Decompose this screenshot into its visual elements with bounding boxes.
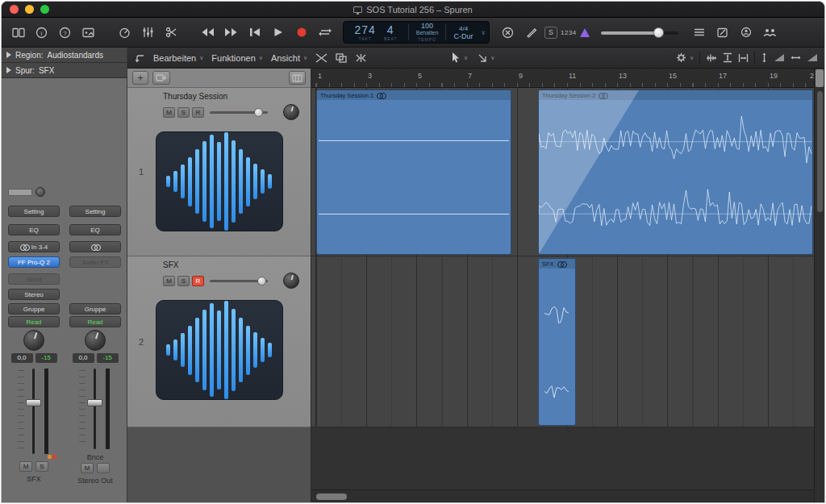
smart-controls-icon[interactable] <box>115 23 135 41</box>
media-browser-icon[interactable] <box>78 23 98 41</box>
channel-fader[interactable] <box>77 369 113 449</box>
pencil-icon[interactable] <box>521 23 541 41</box>
disclosure-triangle-icon[interactable] <box>6 67 11 73</box>
arrange-empty-area[interactable] <box>311 427 814 489</box>
marquee-tool-button[interactable]: ∨ <box>478 53 494 63</box>
track-record-button[interactable]: R <box>192 276 204 286</box>
eq-button[interactable]: EQ <box>8 224 60 235</box>
audio-fx-slot-button[interactable]: Audio FX <box>69 256 121 268</box>
list-editors-icon[interactable] <box>690 23 710 41</box>
track-panel-empty-area[interactable] <box>127 427 311 502</box>
view-menu[interactable]: Ansicht∨ <box>271 53 307 63</box>
tuner-icon[interactable] <box>580 28 590 37</box>
track-solo-button[interactable]: S <box>177 107 190 118</box>
scissors-icon[interactable] <box>161 23 181 41</box>
loops-icon[interactable] <box>736 23 757 41</box>
solo-button[interactable] <box>97 463 110 473</box>
bar-ruler[interactable]: 1 3 5 7 9 11 13 15 17 19 2 <box>311 69 814 88</box>
gain-display[interactable] <box>8 189 32 196</box>
duplicate-track-button[interactable] <box>152 71 170 85</box>
audio-region-thursday-session-1[interactable]: Thursday Session.1 <box>316 90 511 255</box>
crossfade-icon[interactable] <box>315 53 327 63</box>
play-button[interactable] <box>268 23 288 41</box>
mute-button[interactable]: M <box>19 461 32 472</box>
solo-button[interactable]: S <box>35 461 48 472</box>
lcd-display[interactable]: 274 TAKT 4 BEAT 100 Behalten TEMPO 4/4 C… <box>343 21 490 44</box>
scrollbar-handle[interactable] <box>817 91 823 212</box>
strip-name[interactable]: Stereo Out <box>69 477 121 485</box>
peak-value[interactable]: -15 <box>35 353 57 363</box>
count-in-badge[interactable]: 1234 <box>561 29 577 36</box>
track-record-button[interactable]: R <box>192 107 204 118</box>
notepad-icon[interactable] <box>713 23 733 41</box>
audio-region-sfx[interactable]: SFX <box>538 258 576 426</box>
cycle-button[interactable] <box>315 23 335 41</box>
group-button[interactable]: Gruppe <box>69 303 121 314</box>
track-header-2[interactable]: 2 SFX M S R <box>127 256 311 427</box>
setting-button[interactable]: Setting <box>69 206 121 217</box>
fader-cap[interactable] <box>87 399 102 406</box>
gain-knob[interactable] <box>35 187 45 197</box>
stop-go-to-begin-button[interactable] <box>244 23 265 41</box>
master-volume-slider[interactable] <box>601 27 678 38</box>
track-volume-slider[interactable] <box>210 276 268 286</box>
edit-menu[interactable]: Bearbeiten∨ <box>153 53 203 63</box>
fit-horizontal-icon[interactable] <box>738 53 749 63</box>
record-button[interactable] <box>291 23 311 41</box>
track-header-1[interactable]: 1 Thursday Session M S R <box>127 88 311 256</box>
vertical-scrollbar[interactable] <box>814 69 824 502</box>
audio-region-thursday-session-2[interactable]: Thursday Session.2 <box>538 90 813 255</box>
track-solo-button[interactable]: S <box>177 276 190 286</box>
track-volume-slider[interactable] <box>210 107 268 118</box>
output-button[interactable]: Stereo <box>8 289 60 300</box>
region-inspector-header[interactable]: Region: Audiostandards <box>2 48 127 63</box>
input-button[interactable]: In 3-4 <box>8 241 60 252</box>
eq-button[interactable]: EQ <box>69 224 121 235</box>
peak-value[interactable]: -15 <box>97 353 119 363</box>
inspector-icon[interactable]: i <box>31 23 52 41</box>
disclosure-triangle-icon[interactable] <box>6 52 11 58</box>
scrollbar-handle[interactable] <box>316 494 347 500</box>
zoom-vertical-slider[interactable] <box>774 53 785 62</box>
automation-mode-button[interactable]: Read <box>69 316 121 327</box>
fit-vertical-icon[interactable] <box>723 52 732 63</box>
gear-menu-button[interactable]: ∨ <box>676 52 694 63</box>
lcd-chevron-icon[interactable]: ∨ <box>481 22 489 43</box>
undo-icon[interactable] <box>134 53 145 63</box>
collaboration-icon[interactable] <box>760 23 780 41</box>
add-track-button[interactable]: + <box>132 71 148 85</box>
forward-button[interactable] <box>221 23 241 41</box>
pan-knob[interactable] <box>85 330 106 351</box>
volume-value[interactable]: 0,0 <box>73 353 94 363</box>
circle-x-icon[interactable] <box>498 23 518 41</box>
volume-thumb[interactable] <box>653 27 664 38</box>
mute-button[interactable]: M <box>81 463 94 473</box>
track-lane-2[interactable]: SFX <box>311 256 814 427</box>
functions-menu[interactable]: Funktionen∨ <box>211 53 263 63</box>
library-icon[interactable] <box>8 23 28 41</box>
rewind-button[interactable] <box>198 23 218 41</box>
zoom-horizontal-icon[interactable] <box>791 54 801 61</box>
track-view-button[interactable] <box>289 71 306 85</box>
horizontal-scrollbar[interactable] <box>311 489 814 502</box>
track-mute-button[interactable]: M <box>163 107 175 118</box>
setting-button[interactable]: Setting <box>8 206 60 217</box>
strip-name[interactable]: SFX <box>8 475 60 483</box>
waveform-view-icon[interactable] <box>706 53 717 63</box>
track-lane-1[interactable]: Thursday Session.1 Thursday Sessio <box>311 88 814 256</box>
send-slot-button[interactable]: Send <box>8 273 60 285</box>
plugin-slot-button[interactable]: FF Pro-Q 2 <box>8 256 60 268</box>
quick-help-icon[interactable]: ? <box>55 23 75 41</box>
volume-value[interactable]: 0,0 <box>11 353 33 363</box>
track-mute-button[interactable]: M <box>163 276 175 286</box>
track-name[interactable]: Thursday Session <box>163 92 311 101</box>
format-button[interactable] <box>69 241 121 252</box>
track-inspector-header[interactable]: Spur: SFX <box>2 63 127 78</box>
automation-mode-button[interactable]: Read <box>8 316 60 327</box>
pointer-tool-button[interactable]: ∨ <box>452 52 468 63</box>
group-button[interactable]: Gruppe <box>8 303 60 314</box>
pan-knob[interactable] <box>23 330 44 351</box>
track-pan-knob[interactable] <box>283 104 299 120</box>
channel-fader[interactable] <box>16 369 52 454</box>
title-bar[interactable]: SOS Tutorial 256 – Spuren <box>2 2 824 18</box>
